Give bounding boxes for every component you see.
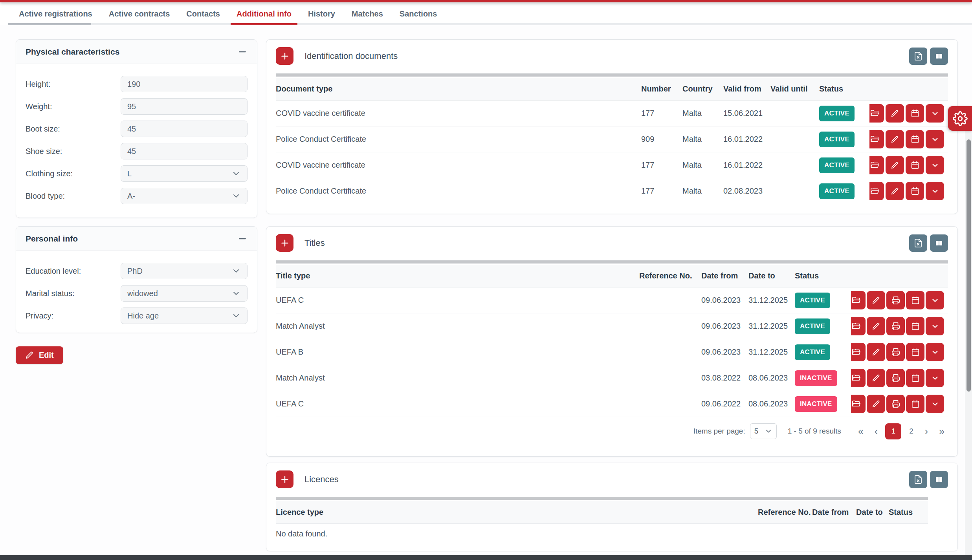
items-per-page-select[interactable]: 5 [750,423,777,439]
calendar-button[interactable] [906,156,924,174]
print-button[interactable] [886,291,905,309]
table-horizontal-scrollbar[interactable] [276,260,948,264]
column-licence-type[interactable]: Licence type [276,508,758,517]
calendar-button[interactable] [906,343,924,361]
column-number[interactable]: Number [641,84,682,93]
expand-row-button[interactable] [926,104,944,123]
tab-contacts[interactable]: Contacts [186,2,220,25]
edit-row-button[interactable] [867,343,885,361]
calendar-button[interactable] [906,182,924,200]
add-title-button[interactable] [276,234,293,252]
print-button[interactable] [886,343,905,361]
tab-sanctions[interactable]: Sanctions [400,2,437,25]
open-files-button[interactable] [869,156,884,174]
edit-row-button[interactable] [867,317,885,335]
columns-toggle-button[interactable] [930,234,948,252]
expand-row-button[interactable] [926,130,944,148]
collapse-icon[interactable] [237,47,248,57]
expand-row-button[interactable] [926,156,944,174]
settings-panel-button[interactable] [948,106,972,131]
edit-row-button[interactable] [867,291,885,309]
expand-row-button[interactable] [926,369,944,387]
column-date-to[interactable]: Date to [856,508,889,517]
open-files-button[interactable] [851,343,866,361]
column-country[interactable]: Country [682,84,723,93]
column-date-to[interactable]: Date to [748,271,795,280]
first-page-button[interactable]: « [855,426,867,436]
blood-type-select[interactable]: A- [121,188,248,204]
tab-active-contracts[interactable]: Active contracts [109,2,170,25]
calendar-button[interactable] [906,369,924,387]
previous-page-button[interactable]: ‹ [871,426,881,436]
expand-row-button[interactable] [926,182,944,200]
table-horizontal-scrollbar[interactable] [276,497,928,500]
calendar-icon [911,374,920,382]
page-2-button[interactable]: 2 [905,427,917,436]
table-horizontal-scrollbar[interactable] [276,73,948,77]
shoe-size-input[interactable]: 45 [121,143,248,159]
vertical-scrollbar-thumb[interactable] [966,139,971,392]
edit-row-button[interactable] [886,104,904,123]
calendar-button[interactable] [906,291,924,309]
boot-size-input[interactable]: 45 [121,121,248,137]
column-title-type[interactable]: Title type [276,271,639,280]
add-licence-button[interactable] [276,470,293,488]
print-button[interactable] [886,369,905,387]
column-date-from[interactable]: Date from [812,508,856,517]
tab-matches[interactable]: Matches [352,2,383,25]
edit-row-button[interactable] [886,156,904,174]
open-files-button[interactable] [869,182,884,200]
marital-status-select[interactable]: widowed [121,285,248,302]
edit-button[interactable]: Edit [16,346,63,364]
expand-row-button[interactable] [926,317,944,335]
column-status[interactable]: Status [819,84,869,93]
column-valid-until[interactable]: Valid until [770,84,819,93]
open-files-button[interactable] [851,369,866,387]
open-files-button[interactable] [851,291,866,309]
tab-scrollbar-thumb[interactable] [8,23,91,25]
export-excel-button[interactable] [909,48,927,65]
print-button[interactable] [886,395,905,413]
open-files-button[interactable] [851,317,866,335]
columns-toggle-button[interactable] [930,48,948,65]
open-files-button[interactable] [851,395,866,413]
add-identification-document-button[interactable] [276,47,293,65]
collapse-icon[interactable] [237,234,248,244]
open-files-button[interactable] [869,130,884,148]
weight-input[interactable]: 95 [121,98,248,115]
open-files-button[interactable] [869,104,884,123]
vertical-scrollbar[interactable] [965,131,972,560]
expand-row-button[interactable] [926,291,944,309]
expand-row-button[interactable] [926,343,944,361]
column-reference-no[interactable]: Reference No. [639,271,701,280]
edit-row-button[interactable] [867,395,885,413]
column-date-from[interactable]: Date from [701,271,748,280]
tab-history[interactable]: History [308,2,335,25]
edit-row-button[interactable] [886,130,904,148]
edit-row-button[interactable] [886,182,904,200]
calendar-button[interactable] [906,395,924,413]
expand-row-button[interactable] [926,395,944,413]
columns-toggle-button[interactable] [930,471,948,488]
clothing-size-select[interactable]: L [121,165,248,182]
height-input[interactable]: 190 [121,76,248,92]
column-status[interactable]: Status [795,271,851,280]
column-reference-no[interactable]: Reference No. [758,508,812,517]
page-1-button[interactable]: 1 [885,423,901,439]
column-valid-from[interactable]: Valid from [723,84,770,93]
education-level-select[interactable]: PhD [121,263,248,279]
tab-active-registrations[interactable]: Active registrations [19,2,92,25]
print-button[interactable] [886,317,905,335]
export-excel-button[interactable] [909,234,927,252]
calendar-button[interactable] [906,104,924,123]
calendar-button[interactable] [906,130,924,148]
last-page-button[interactable]: » [935,426,948,436]
tab-additional-info[interactable]: Additional info [237,2,292,25]
column-document-type[interactable]: Document type [276,84,641,93]
column-status[interactable]: Status [889,508,928,517]
export-excel-button[interactable] [909,471,927,488]
calendar-button[interactable] [906,317,924,335]
privacy-select[interactable]: Hide age [121,307,248,324]
next-page-button[interactable]: › [921,426,932,436]
edit-row-button[interactable] [867,369,885,387]
